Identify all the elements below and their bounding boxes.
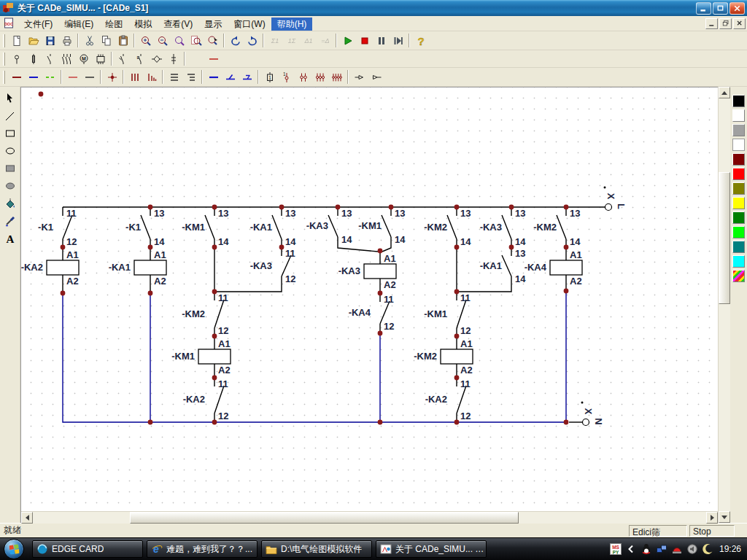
redo-button[interactable] (244, 33, 260, 49)
draw-line-tool-button[interactable] (2, 107, 18, 124)
zoom-button[interactable] (171, 33, 187, 49)
contact-blade-no[interactable] (205, 215, 214, 239)
connection-node[interactable] (378, 291, 383, 296)
color-swatch-3[interactable] (732, 139, 745, 151)
color-swatch-9[interactable] (732, 226, 745, 238)
contact-blade-nc[interactable] (214, 300, 224, 328)
connection-node[interactable] (454, 205, 460, 210)
wire-blue-button[interactable] (205, 69, 222, 85)
connection-node[interactable] (148, 291, 153, 296)
qq-tray-icon[interactable] (640, 543, 652, 555)
schematic-svg[interactable]: 1112-K11314-K11314-KM11314-KA11314-KA313… (21, 88, 719, 511)
contact-blade-nc[interactable] (457, 386, 466, 413)
crescent-tray-icon[interactable] (702, 543, 713, 555)
step-button[interactable] (390, 33, 406, 49)
connection-node[interactable] (564, 289, 569, 294)
hlines-button[interactable] (166, 69, 182, 85)
task-button-2[interactable]: D:\电气绘图模拟软件 (261, 540, 372, 558)
line-red-button[interactable] (205, 51, 222, 67)
vertical-scroll-thumb[interactable] (719, 172, 730, 304)
contacts-3-button[interactable] (311, 69, 328, 85)
vertical-scrollbar[interactable] (718, 87, 730, 523)
connection-node[interactable] (454, 376, 460, 381)
connection-node[interactable] (39, 92, 44, 97)
line-blue-button[interactable] (25, 69, 42, 85)
connection-node[interactable] (378, 249, 383, 254)
draw-text-tool-button[interactable]: A (2, 230, 18, 246)
contact-button[interactable] (42, 51, 58, 67)
wire[interactable] (214, 284, 282, 292)
wire[interactable] (457, 284, 511, 292)
connection-node[interactable] (454, 245, 460, 250)
connection-node[interactable] (212, 205, 217, 210)
menu-item-4[interactable]: 查看(V) (158, 18, 198, 31)
task-button-1[interactable]: e难题，难到我了？？... (147, 540, 258, 558)
task-button-3[interactable]: 关于 CADe_SIMU... - ... (376, 540, 487, 558)
coil-box-button[interactable]: 1 (261, 69, 278, 85)
save-button[interactable] (42, 33, 58, 49)
print-button[interactable] (58, 33, 75, 49)
terminal-circle[interactable] (605, 204, 612, 211)
crossbar-button[interactable] (165, 51, 182, 67)
color-swatch-11[interactable] (732, 255, 745, 268)
color-swatch-5[interactable] (732, 168, 745, 180)
contact-blade-nc[interactable] (457, 300, 466, 328)
coil-body[interactable] (441, 349, 473, 364)
task-button-0[interactable]: EDGE CARD (32, 540, 143, 558)
connection-node[interactable] (378, 331, 383, 336)
switch-e-button[interactable]: E (131, 51, 148, 67)
connection-node[interactable] (148, 420, 153, 425)
color-swatch-2[interactable] (732, 124, 745, 136)
zoom-select-button[interactable] (204, 33, 221, 49)
draw-ellipse-filled-tool-button[interactable] (2, 177, 18, 194)
contact-blade-nc[interactable] (214, 386, 224, 413)
menu-item-7[interactable]: 帮助(H) (271, 18, 313, 31)
connection-node[interactable] (148, 205, 153, 210)
collapse-arrow-tray-icon[interactable] (625, 543, 637, 555)
coil-body[interactable] (47, 260, 79, 275)
pause-button[interactable] (373, 33, 390, 49)
connection-node[interactable] (336, 205, 341, 210)
child-restore-button[interactable] (719, 18, 732, 29)
horizontal-scrollbar[interactable] (21, 511, 718, 524)
color-swatch-1[interactable] (732, 109, 745, 122)
horizontal-scroll-thumb[interactable] (130, 512, 519, 524)
coil-body[interactable] (198, 349, 231, 364)
connection-node[interactable] (212, 245, 217, 250)
zoom-page-button[interactable] (187, 33, 204, 49)
restore-button[interactable] (713, 2, 728, 15)
diamond-button[interactable] (148, 51, 165, 67)
cut-button[interactable] (81, 33, 98, 49)
line-darkred-button[interactable] (8, 69, 25, 85)
draw-rect-filled-tool-button[interactable] (2, 160, 18, 176)
connection-node[interactable] (212, 289, 217, 295)
connection-node[interactable] (212, 334, 217, 339)
color-swatch-4[interactable] (732, 153, 745, 166)
stop-button[interactable] (356, 33, 373, 49)
scroll-left-arrow[interactable] (21, 512, 33, 524)
hlines-right-button[interactable] (182, 69, 199, 85)
connector-in-button[interactable] (368, 69, 384, 85)
play-button[interactable] (339, 33, 356, 49)
volume-tray-icon[interactable] (686, 543, 698, 555)
scroll-right-arrow[interactable] (706, 512, 718, 524)
color-swatch-0[interactable] (732, 95, 745, 107)
menu-item-0[interactable]: 文件(F) (18, 18, 58, 31)
contact-blade-no[interactable] (502, 255, 511, 276)
motor-button[interactable]: M (75, 51, 92, 67)
numbered-terminal-button[interactable]: 1 (278, 69, 295, 85)
menu-item-3[interactable]: 模拟 (128, 18, 158, 31)
line-greendash-button[interactable] (42, 69, 58, 85)
doc-icon[interactable]: DOC (3, 18, 15, 29)
network-tray-icon[interactable] (656, 543, 667, 555)
connection-node[interactable] (61, 291, 66, 296)
color-swatch-6[interactable] (732, 182, 745, 195)
menu-item-5[interactable]: 显示 (198, 18, 228, 31)
connection-node[interactable] (212, 420, 217, 425)
draw-ellipse-tool-button[interactable] (2, 142, 18, 159)
open-button[interactable] (25, 33, 42, 49)
contact-blade-no[interactable] (502, 215, 511, 239)
coil-body[interactable] (364, 264, 396, 279)
menu-item-2[interactable]: 绘图 (99, 18, 128, 31)
zoom-out-button[interactable] (154, 33, 171, 49)
